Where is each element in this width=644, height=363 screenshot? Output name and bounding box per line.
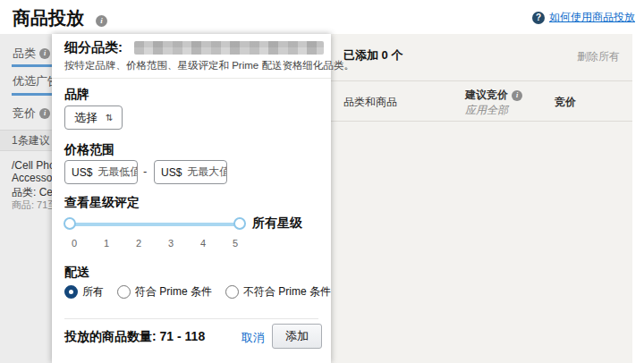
radio-icon[interactable] (117, 285, 131, 299)
rating-heading: 查看星级评定 (64, 195, 140, 211)
price-min-input[interactable]: US$ 无最低值 (64, 160, 138, 184)
brand-heading: 品牌 (64, 87, 89, 103)
redacted-category-name (134, 41, 324, 55)
shipping-option-prime[interactable]: 符合 Prime 条件 (117, 284, 212, 300)
column-category-products: 品类和商品 (343, 95, 397, 110)
suggestion-products: 商品: 71至 (12, 198, 57, 212)
count-value: 71 - 118 (160, 329, 206, 343)
radio-selected-icon[interactable] (64, 285, 78, 299)
apply-all-link[interactable]: 应用全部 (465, 103, 508, 118)
question-icon: ? (532, 12, 545, 24)
updown-arrows-icon: ⇅ (106, 113, 113, 122)
divider (64, 318, 318, 319)
tab-category-label: 品类 (13, 46, 36, 62)
info-icon[interactable]: i (39, 48, 50, 59)
divider (331, 121, 632, 122)
brand-select-dropdown[interactable]: 选择 ⇅ (64, 106, 123, 130)
divider (331, 80, 632, 81)
page-title: 商品投放 (13, 6, 84, 30)
suggestion-count: 1条建议 (0, 130, 59, 151)
price-heading: 价格范围 (64, 142, 114, 158)
info-icon[interactable]: i (96, 15, 107, 27)
currency-prefix: US$ (72, 166, 92, 179)
column-bid: 竞价 (555, 95, 576, 110)
shipping-option-non-prime[interactable]: 不符合 Prime 条件 (225, 284, 331, 300)
info-icon[interactable]: i (512, 90, 522, 101)
radio-icon[interactable] (225, 285, 239, 299)
shipping-heading: 配送 (64, 265, 89, 281)
tick-label: 1 (102, 238, 111, 249)
slider-tick-labels: 0 1 2 3 4 5 (70, 238, 240, 249)
shipping-options: 所有 符合 Prime 条件 不符合 Prime 条件 (64, 284, 339, 300)
price-max-placeholder: 无最大值 (187, 165, 227, 180)
help-link-label: 如何使用商品投放 (549, 10, 635, 25)
targeting-sidebar: 品类 i 优选广告 竞价 i 1条建议 /Cell Phon Accessori… (0, 34, 59, 363)
refine-category-panel: 细分品类: 按特定品牌、价格范围、星级评定和 Prime 配送资格细化品类。 品… (52, 34, 331, 363)
remove-all-link[interactable]: 删除所有 (577, 49, 620, 64)
tick-label: 2 (134, 238, 143, 249)
info-icon[interactable]: i (39, 108, 50, 119)
price-min-placeholder: 无最低值 (97, 165, 138, 180)
refine-title: 细分品类: (64, 39, 123, 56)
price-max-input[interactable]: US$ 无最大值 (154, 160, 227, 184)
shipping-option-all[interactable]: 所有 (64, 284, 104, 300)
slider-handle-min[interactable] (64, 217, 76, 230)
help-link[interactable]: ? 如何使用商品投放 (532, 10, 635, 25)
add-button[interactable]: 添加 (272, 324, 322, 349)
tick-label: 3 (166, 238, 175, 249)
slider-track[interactable] (70, 223, 240, 226)
tick-label: 0 (70, 238, 79, 249)
rating-range-label: 所有星级 (252, 215, 302, 232)
column-suggested-bid: 建议竞价 i (465, 88, 522, 103)
currency-prefix: US$ (161, 166, 182, 179)
tick-label: 5 (231, 238, 240, 249)
bid-label: 竞价 i (13, 106, 50, 122)
price-range-separator: - (143, 165, 147, 178)
page-header: 商品投放 i ? 如何使用商品投放 (0, 0, 644, 34)
product-targeting-page: 商品投放 i ? 如何使用商品投放 品类 i 优选广告 竞价 i 1条建议 /C… (0, 0, 644, 363)
cancel-link[interactable]: 取消 (242, 330, 265, 346)
refine-intro: 细分品类: 按特定品牌、价格范围、星级评定和 Prime 配送资格细化品类。 (52, 34, 331, 79)
targeted-product-count: 投放的商品数量: 71 - 118 (64, 329, 205, 345)
added-targets-panel: 已添加 0 个 删除所有 品类和商品 建议竞价 i 应用全部 竞价 (331, 34, 632, 363)
tab-category[interactable]: 品类 i (13, 46, 50, 62)
star-rating-slider[interactable] (70, 217, 240, 232)
brand-select-label: 选择 (74, 110, 97, 126)
refine-subtitle: 按特定品牌、价格范围、星级评定和 Prime 配送资格细化品类。 (64, 59, 354, 72)
slider-handle-max[interactable] (233, 217, 246, 230)
tick-label: 4 (199, 238, 208, 249)
